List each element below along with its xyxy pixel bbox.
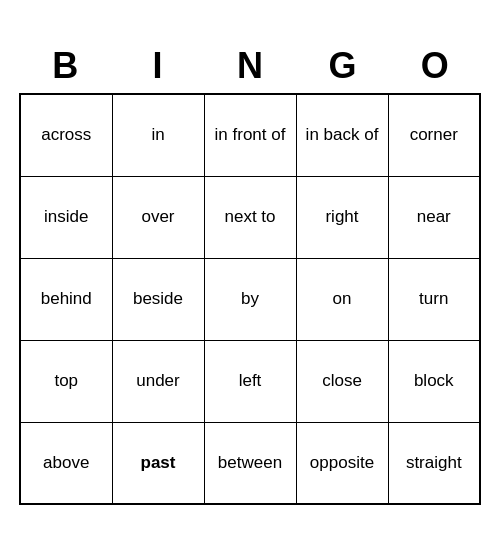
header-g: G bbox=[296, 39, 388, 93]
header-o: O bbox=[389, 39, 481, 93]
cell-r3-c2: left bbox=[204, 340, 296, 422]
cell-r2-c3: on bbox=[296, 258, 388, 340]
cell-r4-c4: straight bbox=[388, 422, 480, 504]
cell-r0-c2: in front of bbox=[204, 94, 296, 176]
bingo-header: B I N G O bbox=[19, 39, 481, 93]
header-b: B bbox=[19, 39, 111, 93]
cell-r0-c4: corner bbox=[388, 94, 480, 176]
cell-r1-c2: next to bbox=[204, 176, 296, 258]
cell-r1-c3: right bbox=[296, 176, 388, 258]
cell-r4-c0: above bbox=[20, 422, 112, 504]
cell-r2-c4: turn bbox=[388, 258, 480, 340]
cell-r2-c1: beside bbox=[112, 258, 204, 340]
cell-r1-c0: inside bbox=[20, 176, 112, 258]
cell-r1-c4: near bbox=[388, 176, 480, 258]
cell-r1-c1: over bbox=[112, 176, 204, 258]
header-i: I bbox=[111, 39, 203, 93]
cell-r3-c1: under bbox=[112, 340, 204, 422]
cell-r4-c3: opposite bbox=[296, 422, 388, 504]
bingo-grid: acrossinin front ofin back ofcornerinsid… bbox=[19, 93, 481, 505]
header-n: N bbox=[204, 39, 296, 93]
cell-r3-c3: close bbox=[296, 340, 388, 422]
cell-r4-c2: between bbox=[204, 422, 296, 504]
cell-r0-c1: in bbox=[112, 94, 204, 176]
cell-r2-c2: by bbox=[204, 258, 296, 340]
cell-r2-c0: behind bbox=[20, 258, 112, 340]
cell-r3-c0: top bbox=[20, 340, 112, 422]
cell-r0-c0: across bbox=[20, 94, 112, 176]
cell-r0-c3: in back of bbox=[296, 94, 388, 176]
cell-r3-c4: block bbox=[388, 340, 480, 422]
cell-r4-c1: past bbox=[112, 422, 204, 504]
